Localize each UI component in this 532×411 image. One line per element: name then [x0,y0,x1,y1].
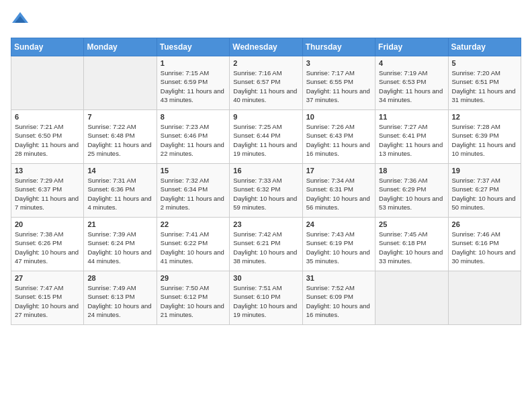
calendar-day-cell: 23Sunrise: 7:42 AMSunset: 6:21 PMDayligh… [230,218,302,271]
day-info: Sunrise: 7:27 AMSunset: 6:41 PMDaylight:… [379,122,444,158]
calendar-day-cell: 20Sunrise: 7:38 AMSunset: 6:26 PMDayligh… [11,218,84,271]
day-number: 27 [15,274,80,282]
day-number: 7 [87,113,152,121]
calendar-day-cell: 29Sunrise: 7:50 AMSunset: 6:12 PMDayligh… [157,271,229,325]
day-info: Sunrise: 7:45 AMSunset: 6:18 PMDaylight:… [379,230,444,265]
calendar-day-cell: 8Sunrise: 7:23 AMSunset: 6:46 PMDaylight… [157,110,229,164]
calendar-day-cell: 30Sunrise: 7:51 AMSunset: 6:10 PMDayligh… [230,271,302,325]
day-info: Sunrise: 7:21 AMSunset: 6:50 PMDaylight:… [15,122,80,158]
day-number: 14 [87,167,152,175]
day-number: 11 [379,113,444,121]
day-number: 16 [233,167,298,175]
calendar-day-cell: 9Sunrise: 7:25 AMSunset: 6:44 PMDaylight… [230,110,302,164]
page-header [11,11,521,30]
calendar-day-cell: 27Sunrise: 7:47 AMSunset: 6:15 PMDayligh… [11,271,84,325]
day-info: Sunrise: 7:29 AMSunset: 6:37 PMDaylight:… [15,176,80,212]
weekday-row: SundayMondayTuesdayWednesdayThursdayFrid… [11,38,521,56]
calendar-body: 1Sunrise: 7:15 AMSunset: 6:59 PMDaylight… [11,56,521,325]
weekday-header: Friday [375,38,448,56]
day-number: 13 [15,167,80,175]
weekday-header: Sunday [11,38,84,56]
calendar-day-cell: 11Sunrise: 7:27 AMSunset: 6:41 PMDayligh… [375,110,448,164]
calendar-week-row: 20Sunrise: 7:38 AMSunset: 6:26 PMDayligh… [11,218,521,271]
weekday-header: Saturday [448,38,521,56]
day-info: Sunrise: 7:32 AMSunset: 6:34 PMDaylight:… [161,176,226,212]
calendar-day-cell: 18Sunrise: 7:36 AMSunset: 6:29 PMDayligh… [375,164,448,218]
calendar-day-cell [84,56,157,110]
day-info: Sunrise: 7:50 AMSunset: 6:12 PMDaylight:… [161,283,226,319]
day-info: Sunrise: 7:28 AMSunset: 6:39 PMDaylight:… [452,122,517,158]
day-number: 10 [306,113,371,121]
calendar-week-row: 13Sunrise: 7:29 AMSunset: 6:37 PMDayligh… [11,164,521,218]
day-number: 15 [161,167,226,175]
calendar-header: SundayMondayTuesdayWednesdayThursdayFrid… [11,38,521,56]
day-number: 30 [233,274,298,282]
day-number: 5 [452,59,517,67]
calendar-day-cell: 21Sunrise: 7:39 AMSunset: 6:24 PMDayligh… [84,218,157,271]
day-info: Sunrise: 7:47 AMSunset: 6:15 PMDaylight:… [15,283,80,319]
day-info: Sunrise: 7:20 AMSunset: 6:51 PMDaylight:… [452,68,517,104]
calendar-day-cell: 28Sunrise: 7:49 AMSunset: 6:13 PMDayligh… [84,271,157,325]
day-number: 4 [379,59,444,67]
calendar-day-cell: 25Sunrise: 7:45 AMSunset: 6:18 PMDayligh… [375,218,448,271]
calendar-day-cell: 15Sunrise: 7:32 AMSunset: 6:34 PMDayligh… [157,164,229,218]
day-number: 28 [87,274,152,282]
calendar-day-cell [11,56,84,110]
day-number: 8 [161,113,226,121]
day-number: 23 [233,220,298,228]
day-number: 3 [306,59,371,67]
calendar-day-cell [375,271,448,325]
day-info: Sunrise: 7:22 AMSunset: 6:48 PMDaylight:… [87,122,152,158]
calendar-day-cell: 19Sunrise: 7:37 AMSunset: 6:27 PMDayligh… [448,164,521,218]
calendar-day-cell: 31Sunrise: 7:52 AMSunset: 6:09 PMDayligh… [302,271,375,325]
day-number: 21 [87,220,152,228]
day-info: Sunrise: 7:31 AMSunset: 6:36 PMDaylight:… [87,176,152,212]
calendar-day-cell: 10Sunrise: 7:26 AMSunset: 6:43 PMDayligh… [302,110,375,164]
day-number: 20 [15,220,80,228]
day-info: Sunrise: 7:38 AMSunset: 6:26 PMDaylight:… [15,230,80,265]
day-info: Sunrise: 7:15 AMSunset: 6:59 PMDaylight:… [161,68,226,104]
day-number: 18 [379,167,444,175]
logo [11,11,32,30]
calendar-day-cell: 3Sunrise: 7:17 AMSunset: 6:55 PMDaylight… [302,56,375,110]
day-number: 26 [452,220,517,228]
day-number: 17 [306,167,371,175]
day-info: Sunrise: 7:46 AMSunset: 6:16 PMDaylight:… [452,230,517,265]
day-info: Sunrise: 7:19 AMSunset: 6:53 PMDaylight:… [379,68,444,104]
day-number: 19 [452,167,517,175]
day-info: Sunrise: 7:39 AMSunset: 6:24 PMDaylight:… [87,230,152,265]
calendar-day-cell: 16Sunrise: 7:33 AMSunset: 6:32 PMDayligh… [230,164,302,218]
calendar-day-cell: 6Sunrise: 7:21 AMSunset: 6:50 PMDaylight… [11,110,84,164]
day-number: 9 [233,113,298,121]
day-info: Sunrise: 7:49 AMSunset: 6:13 PMDaylight:… [87,283,152,319]
calendar-week-row: 6Sunrise: 7:21 AMSunset: 6:50 PMDaylight… [11,110,521,164]
calendar-table: SundayMondayTuesdayWednesdayThursdayFrid… [11,38,521,325]
calendar-day-cell: 22Sunrise: 7:41 AMSunset: 6:22 PMDayligh… [157,218,229,271]
day-info: Sunrise: 7:42 AMSunset: 6:21 PMDaylight:… [233,230,298,265]
calendar-day-cell: 26Sunrise: 7:46 AMSunset: 6:16 PMDayligh… [448,218,521,271]
weekday-header: Tuesday [157,38,229,56]
day-info: Sunrise: 7:36 AMSunset: 6:29 PMDaylight:… [379,176,444,212]
logo-icon [11,11,30,30]
calendar-day-cell: 13Sunrise: 7:29 AMSunset: 6:37 PMDayligh… [11,164,84,218]
day-info: Sunrise: 7:52 AMSunset: 6:09 PMDaylight:… [306,283,371,319]
weekday-header: Monday [84,38,157,56]
calendar-day-cell: 17Sunrise: 7:34 AMSunset: 6:31 PMDayligh… [302,164,375,218]
weekday-header: Thursday [302,38,375,56]
day-info: Sunrise: 7:23 AMSunset: 6:46 PMDaylight:… [161,122,226,158]
calendar-day-cell: 1Sunrise: 7:15 AMSunset: 6:59 PMDaylight… [157,56,229,110]
day-info: Sunrise: 7:33 AMSunset: 6:32 PMDaylight:… [233,176,298,212]
day-number: 6 [15,113,80,121]
calendar-day-cell: 7Sunrise: 7:22 AMSunset: 6:48 PMDaylight… [84,110,157,164]
day-info: Sunrise: 7:41 AMSunset: 6:22 PMDaylight:… [161,230,226,265]
day-number: 22 [161,220,226,228]
day-number: 2 [233,59,298,67]
calendar-day-cell: 12Sunrise: 7:28 AMSunset: 6:39 PMDayligh… [448,110,521,164]
calendar-day-cell: 24Sunrise: 7:43 AMSunset: 6:19 PMDayligh… [302,218,375,271]
day-info: Sunrise: 7:34 AMSunset: 6:31 PMDaylight:… [306,176,371,212]
day-number: 12 [452,113,517,121]
calendar-day-cell: 2Sunrise: 7:16 AMSunset: 6:57 PMDaylight… [230,56,302,110]
weekday-header: Wednesday [230,38,302,56]
calendar-day-cell [448,271,521,325]
day-number: 1 [161,59,226,67]
